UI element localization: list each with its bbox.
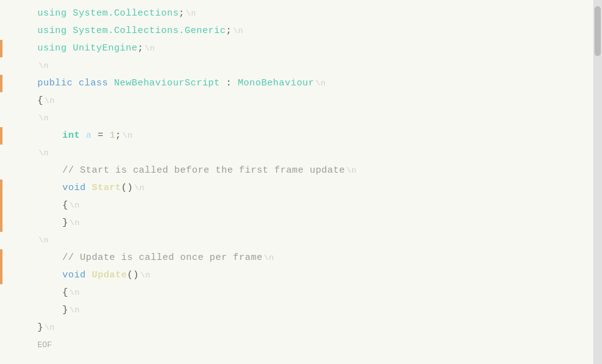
parens: () [122, 180, 133, 197]
newline-char: \n [44, 319, 55, 337]
change-indicator [0, 197, 2, 214]
keyword-using: using [37, 40, 67, 57]
newline-char: \n [39, 232, 49, 249]
line-using-unity: using UnityEngine ; \n [0, 40, 602, 57]
scrollbar-thumb[interactable] [595, 6, 601, 56]
keyword-void: void [62, 180, 86, 197]
equals-sign: = [98, 127, 103, 145]
semicolon: ; [179, 5, 184, 22]
line-class-close: } \n [0, 319, 602, 337]
change-indicator [0, 180, 2, 197]
namespace-unity: UnityEngine [73, 40, 138, 57]
line-void-update: void Update () \n [0, 267, 602, 284]
method-start: Start [92, 180, 121, 197]
method-update: Update [92, 267, 127, 284]
line-using-generic: using System.Collections.Generic ; \n [0, 22, 602, 40]
change-indicator [0, 127, 2, 145]
line-empty-1: \n [0, 57, 602, 75]
semicolon: ; [115, 127, 121, 145]
line-update-close: } \n [0, 302, 602, 319]
newline-char: \n [123, 127, 133, 145]
newline-char: \n [39, 110, 49, 127]
line-empty-4: \n [0, 232, 602, 249]
namespace-generic: System.Collections.Generic [73, 22, 226, 40]
line-bottom-hint: EOF [0, 337, 602, 354]
namespace-collections: System.Collections [73, 5, 179, 22]
base-class-mono: MonoBehaviour [237, 75, 314, 92]
open-brace: { [37, 92, 43, 110]
keyword-int: int [62, 127, 80, 145]
newline-char: \n [69, 284, 80, 302]
open-brace: { [62, 197, 68, 214]
newline-char: \n [233, 22, 244, 40]
newline-char: \n [186, 5, 196, 22]
keyword-void: void [62, 267, 86, 284]
line-void-start: void Start () \n [0, 180, 602, 197]
change-indicator [0, 75, 2, 92]
open-brace: { [62, 284, 68, 302]
keyword-using: using [37, 5, 67, 22]
newline-char: \n [69, 197, 80, 214]
newline-char: \n [145, 40, 155, 57]
line-comment-start: // Start is called before the first fram… [0, 162, 602, 180]
newline-char: \n [69, 214, 80, 232]
line-empty-2: \n [0, 110, 602, 127]
close-brace: } [62, 214, 68, 232]
change-indicator [0, 249, 2, 267]
line-empty-3: \n [0, 145, 602, 162]
newline-char: \n [315, 75, 326, 92]
comment-start: // Start is called before the first fram… [62, 162, 345, 180]
bottom-hint-text: EOF [37, 337, 52, 354]
keyword-class: class [79, 75, 108, 92]
newline-char: \n [346, 162, 357, 180]
comment-update: // Update is called once per frame [62, 249, 262, 267]
var-a: a [86, 127, 92, 145]
code-area: using System.Collections ; \n using Syst… [0, 0, 602, 359]
line-update-open: { \n [0, 284, 602, 302]
semicolon: ; [226, 22, 231, 40]
scrollbar-track[interactable] [593, 0, 602, 364]
line-start-open: { \n [0, 197, 602, 214]
newline-char: \n [140, 267, 151, 284]
colon: : [226, 75, 231, 92]
line-start-close: } \n [0, 214, 602, 232]
newline-char: \n [39, 57, 49, 75]
code-editor[interactable]: using System.Collections ; \n using Syst… [0, 0, 602, 364]
newline-char: \n [39, 145, 49, 162]
semicolon: ; [138, 40, 143, 57]
keyword-public: public [37, 75, 73, 92]
line-open-brace-class: { \n [0, 92, 602, 110]
class-name-newbehaviour: NewBehaviourScript [114, 75, 220, 92]
newline-char: \n [264, 249, 274, 267]
change-indicator [0, 214, 2, 232]
line-comment-update: // Update is called once per frame \n [0, 249, 602, 267]
change-indicator [0, 267, 2, 284]
line-int-decl: int a = 1 ; \n [0, 127, 602, 145]
keyword-using: using [37, 22, 67, 40]
close-brace: } [37, 319, 43, 337]
line-using-collections: using System.Collections ; \n [0, 5, 602, 22]
newline-char: \n [69, 302, 80, 319]
change-indicator [0, 40, 2, 57]
newline-char: \n [44, 92, 55, 110]
line-class-decl: public class NewBehaviourScript : MonoBe… [0, 75, 602, 92]
number-1: 1 [110, 127, 115, 145]
newline-char: \n [134, 180, 145, 197]
parens: () [127, 267, 139, 284]
close-brace: } [62, 302, 68, 319]
